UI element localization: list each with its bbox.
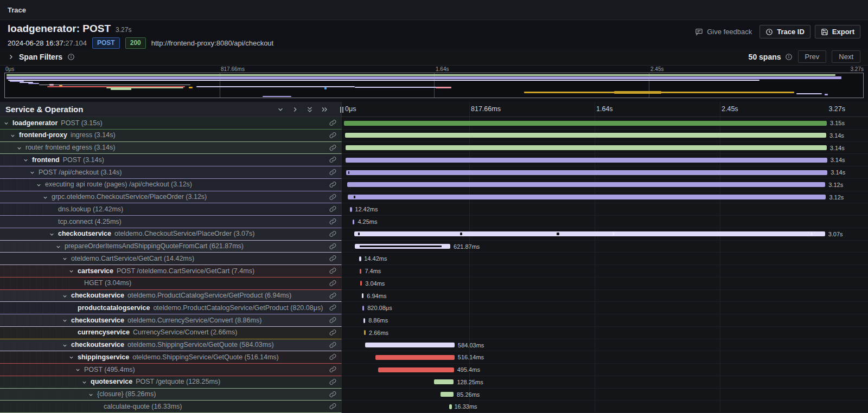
chevron-down-icon[interactable] <box>62 293 68 299</box>
chevron-down-icon[interactable] <box>3 120 9 126</box>
span-timeline-cell[interactable]: 16.33ms <box>342 401 868 413</box>
span-timeline-cell[interactable]: 3.14s <box>342 154 868 166</box>
span-bar[interactable] <box>346 145 827 150</box>
span-name-cell[interactable]: grpc.oteldemo.CheckoutService/PlaceOrder… <box>0 191 342 204</box>
span-bar[interactable] <box>346 170 827 175</box>
span-name-cell[interactable]: loadgeneratorPOST (3.15s) <box>0 117 342 130</box>
span-timeline-cell[interactable]: 3.12s <box>342 179 868 191</box>
span-timeline-cell[interactable]: 3.14s <box>342 130 868 142</box>
span-row[interactable]: currencyserviceCurrencyService/Convert (… <box>0 327 868 339</box>
span-timeline-cell[interactable]: 12.42ms <box>342 203 868 216</box>
span-name-cell[interactable]: checkoutserviceoteldemo.ProductCatalogSe… <box>0 290 342 302</box>
span-timeline-cell[interactable]: 7.4ms <box>342 265 868 278</box>
span-bar[interactable] <box>346 158 827 163</box>
span-link-icon[interactable] <box>329 280 336 287</box>
span-name-cell[interactable]: POST /api/checkout (3.14s) <box>0 166 342 179</box>
span-link-icon[interactable] <box>329 391 336 398</box>
span-row[interactable]: POST /api/checkout (3.14s) 3.14s <box>0 166 868 179</box>
span-name-cell[interactable]: oteldemo.CartService/GetCart (14.42ms) <box>0 253 342 265</box>
trace-id-button[interactable]: Trace ID <box>760 25 810 38</box>
collapse-all-icon[interactable] <box>306 106 314 113</box>
span-row[interactable]: router frontend egress (3.14s) 3.14s <box>0 142 868 154</box>
next-button[interactable]: Next <box>832 50 860 63</box>
span-link-icon[interactable] <box>329 292 336 299</box>
span-link-icon[interactable] <box>329 243 336 250</box>
span-link-icon[interactable] <box>329 169 336 176</box>
span-link-icon[interactable] <box>329 193 336 201</box>
span-name-cell[interactable]: prepareOrderItemsAndShippingQuoteFromCar… <box>0 241 342 253</box>
chevron-down-icon[interactable] <box>10 133 16 139</box>
span-bar[interactable] <box>355 244 450 249</box>
span-link-icon[interactable] <box>329 403 336 410</box>
span-timeline-cell[interactable]: 3.14s <box>342 166 868 179</box>
export-button[interactable]: Export <box>815 25 860 38</box>
span-bar[interactable] <box>441 392 454 397</box>
span-row[interactable]: cartservicePOST /oteldemo.CartService/Ge… <box>0 265 868 278</box>
span-name-cell[interactable]: checkoutserviceoteldemo.ShippingService/… <box>0 339 342 352</box>
span-timeline-cell[interactable]: 621.87ms <box>342 241 868 253</box>
span-link-icon[interactable] <box>329 317 336 324</box>
span-bar[interactable] <box>345 133 826 138</box>
span-row[interactable]: checkoutserviceoteldemo.ProductCatalogSe… <box>0 290 868 302</box>
column-resize-handle[interactable] <box>340 107 343 113</box>
span-bar[interactable] <box>364 330 366 335</box>
span-row[interactable]: shippingserviceoteldemo.ShippingService/… <box>0 351 868 364</box>
span-timeline-cell[interactable]: 6.94ms <box>342 290 868 302</box>
span-filters-label[interactable]: Span Filters <box>19 53 62 61</box>
span-name-cell[interactable]: currencyserviceCurrencyService/Convert (… <box>0 327 342 339</box>
span-bar[interactable] <box>362 306 364 311</box>
chevron-down-icon[interactable] <box>81 379 87 385</box>
span-timeline-cell[interactable]: 4.25ms <box>342 216 868 228</box>
span-link-icon[interactable] <box>329 353 336 360</box>
span-name-cell[interactable]: calculate-quote (16.33ms) <box>0 401 342 413</box>
span-bar[interactable] <box>375 355 455 360</box>
span-link-icon[interactable] <box>329 378 336 385</box>
span-timeline-cell[interactable]: 3.07s <box>342 228 868 241</box>
span-row[interactable]: executing api route (pages) /api/checkou… <box>0 179 868 191</box>
span-row[interactable]: checkoutserviceoteldemo.CurrencyService/… <box>0 314 868 327</box>
span-link-icon[interactable] <box>329 205 336 212</box>
prev-button[interactable]: Prev <box>798 50 827 63</box>
span-bar[interactable] <box>344 121 827 126</box>
span-name-cell[interactable]: quoteservicePOST /getquote (128.25ms) <box>0 376 342 389</box>
chevron-down-icon[interactable] <box>75 367 81 373</box>
span-bar[interactable] <box>363 318 365 323</box>
chevron-down-icon[interactable] <box>16 145 22 151</box>
span-row[interactable]: tcp.connect (4.25ms) 4.25ms <box>0 216 868 228</box>
chevron-down-icon[interactable] <box>29 170 35 176</box>
span-name-cell[interactable]: tcp.connect (4.25ms) <box>0 216 342 228</box>
span-bar[interactable] <box>359 256 361 261</box>
span-timeline-cell[interactable]: 3.15s <box>342 117 868 130</box>
span-row[interactable]: loadgeneratorPOST (3.15s) 3.15s <box>0 117 868 130</box>
span-name-cell[interactable]: HGET (3.04ms) <box>0 278 342 290</box>
span-bar[interactable] <box>354 231 825 236</box>
chevron-down-icon[interactable] <box>23 157 29 163</box>
span-row[interactable]: prepareOrderItemsAndShippingQuoteFromCar… <box>0 241 868 253</box>
span-link-icon[interactable] <box>329 267 336 274</box>
chevron-down-icon[interactable] <box>36 182 42 188</box>
span-timeline-cell[interactable]: 495.4ms <box>342 364 868 376</box>
chevron-down-icon[interactable] <box>68 354 74 360</box>
span-timeline-cell[interactable]: 128.25ms <box>342 376 868 389</box>
span-name-cell[interactable]: router frontend egress (3.14s) <box>0 142 342 154</box>
span-timeline-cell[interactable]: 14.42ms <box>342 253 868 265</box>
span-link-icon[interactable] <box>329 366 336 373</box>
span-row[interactable]: dns.lookup (12.42ms) 12.42ms <box>0 203 868 216</box>
give-feedback-button[interactable]: Give feedback <box>692 25 755 38</box>
span-bar[interactable] <box>348 195 826 199</box>
chevron-down-icon[interactable] <box>49 231 55 237</box>
span-name-cell[interactable]: POST (495.4ms) <box>0 364 342 376</box>
span-bar[interactable] <box>353 220 354 224</box>
span-row[interactable]: calculate-quote (16.33ms) 16.33ms <box>0 401 868 413</box>
span-timeline-cell[interactable]: 3.12s <box>342 191 868 204</box>
span-link-icon[interactable] <box>329 255 336 262</box>
collapse-one-icon[interactable] <box>277 106 284 113</box>
span-timeline-cell[interactable]: 516.14ms <box>342 351 868 364</box>
span-name-cell[interactable]: dns.lookup (12.42ms) <box>0 203 342 216</box>
span-link-icon[interactable] <box>329 218 336 225</box>
span-link-icon[interactable] <box>329 181 336 188</box>
span-link-icon[interactable] <box>329 119 336 126</box>
span-name-cell[interactable]: frontend-proxyingress (3.14s) <box>0 130 342 142</box>
minimap-viewport[interactable] <box>4 73 864 98</box>
span-name-cell[interactable]: frontendPOST (3.14s) <box>0 154 342 166</box>
